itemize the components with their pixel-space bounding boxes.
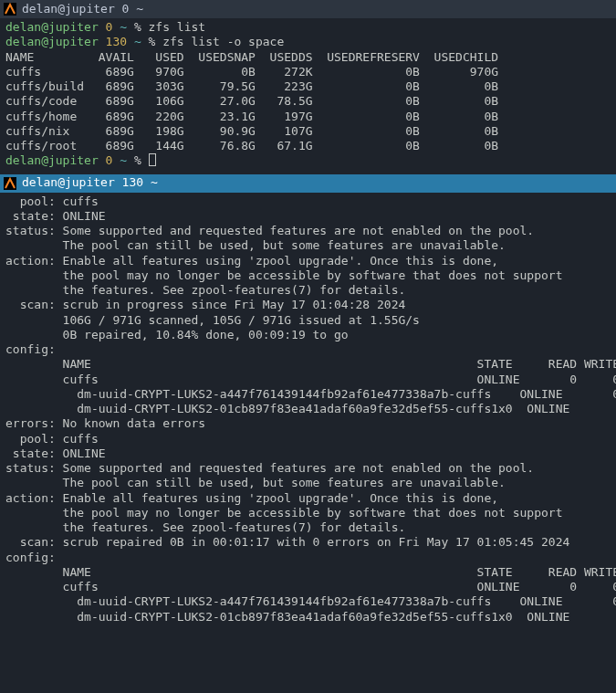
zpool-line: status: Some supported and requested fea…: [5, 461, 611, 476]
zpool-line: cuffs ONLINE 0 0 0: [5, 373, 611, 387]
pane2-titlebar[interactable]: delan@jupiter 130 ~: [0, 174, 616, 193]
zfs-row: cuffs/home 689G 220G 23.1G 197G 0B 0B: [5, 110, 611, 124]
zpool-line: scan: scrub in progress since Fri May 17…: [5, 298, 611, 312]
zpool-line: errors: No known data errors: [5, 416, 611, 431]
terminal-logo-icon: [4, 3, 16, 16]
pane2-title: delan@jupiter 130 ~: [22, 175, 158, 190]
zpool-line: pool: cuffs: [5, 194, 611, 209]
zpool-line: cuffs ONLINE 0 0 0: [5, 580, 611, 594]
zpool-line: 106G / 971G scanned, 105G / 971G issued …: [5, 313, 611, 328]
prompt-status: 130: [99, 35, 134, 48]
zpool-line: dm-uuid-CRYPT-LUKS2-01cb897f83ea41adaf60…: [5, 402, 611, 416]
pane1-title: delan@jupiter 0 ~: [22, 2, 143, 16]
zpool-line: config:: [5, 342, 611, 357]
zfs-row: cuffs/nix 689G 198G 90.9G 107G 0B 0B: [5, 124, 611, 139]
prompt-delim: %: [134, 20, 149, 34]
prompt-userhost: delan@jupiter: [5, 153, 99, 167]
zpool-line: dm-uuid-CRYPT-LUKS2-a447f761439144fb92af…: [5, 387, 611, 402]
prompt-cmd: zfs list -o space: [162, 35, 284, 48]
zpool-line: The pool can still be used, but some fea…: [5, 476, 611, 490]
prompt-userhost: delan@jupiter: [5, 35, 99, 48]
zpool-line: NAME STATE READ WRITE CKSUM: [5, 357, 611, 372]
zpool-line: action: Enable all features using 'zpool…: [5, 254, 611, 268]
zpool-line: NAME STATE READ WRITE CKSUM: [5, 565, 611, 580]
prompt-path: ~: [120, 20, 134, 34]
zfs-row: cuffs/root 689G 144G 76.8G 67.1G 0B 0B: [5, 139, 611, 153]
pane1-body[interactable]: delan@jupiter 0 ~ % zfs list delan@jupit…: [0, 18, 616, 174]
zpool-line: The pool can still be used, but some fea…: [5, 238, 611, 253]
pane2-body[interactable]: pool: cuffs state: ONLINE status: Some s…: [0, 193, 616, 630]
zpool-line: the features. See zpool-features(7) for …: [5, 520, 611, 535]
zpool-line: action: Enable all features using 'zpool…: [5, 491, 611, 506]
zpool-line: 0B repaired, 10.84% done, 00:09:19 to go: [5, 328, 611, 342]
prompt-status: 0: [99, 153, 120, 167]
prompt-line-1: delan@jupiter 0 ~ % zfs list: [5, 20, 611, 35]
zpool-line: the features. See zpool-features(7) for …: [5, 283, 611, 298]
zfs-row: cuffs/build 689G 303G 79.5G 223G 0B 0B: [5, 79, 611, 94]
cursor-icon: [149, 153, 156, 166]
prompt-status: 0: [99, 20, 120, 34]
pane1-titlebar[interactable]: delan@jupiter 0 ~: [0, 0, 616, 18]
zpool-line: state: ONLINE: [5, 209, 611, 224]
prompt-userhost: delan@jupiter: [5, 20, 99, 34]
zpool-line: dm-uuid-CRYPT-LUKS2-01cb897f83ea41adaf60…: [5, 610, 611, 625]
zpool-line: the pool may no longer be accessible by …: [5, 268, 611, 283]
prompt-cmd: zfs list: [149, 20, 206, 34]
prompt-delim: %: [134, 153, 149, 167]
zpool-line: config:: [5, 551, 611, 565]
zpool-line: dm-uuid-CRYPT-LUKS2-a447f761439144fb92af…: [5, 594, 611, 609]
zpool-line: the pool may no longer be accessible by …: [5, 506, 611, 520]
prompt-line-3: delan@jupiter 0 ~ %: [5, 153, 611, 168]
zpool-line: status: Some supported and requested fea…: [5, 224, 611, 238]
zpool-line: state: ONLINE: [5, 446, 611, 461]
prompt-line-2: delan@jupiter 130 ~ % zfs list -o space: [5, 35, 611, 49]
zpool-line: scan: scrub repaired 0B in 00:01:17 with…: [5, 535, 611, 550]
prompt-path: ~: [134, 35, 149, 48]
prompt-path: ~: [120, 153, 134, 167]
zfs-row: cuffs/code 689G 106G 27.0G 78.5G 0B 0B: [5, 94, 611, 109]
zfs-header: NAME AVAIL USED USEDSNAP USEDDS USEDREFR…: [5, 50, 611, 65]
prompt-delim: %: [149, 35, 163, 48]
terminal-logo-icon: [4, 177, 16, 190]
zpool-line: pool: cuffs: [5, 432, 611, 446]
zfs-row: cuffs 689G 970G 0B 272K 0B 970G: [5, 65, 611, 79]
